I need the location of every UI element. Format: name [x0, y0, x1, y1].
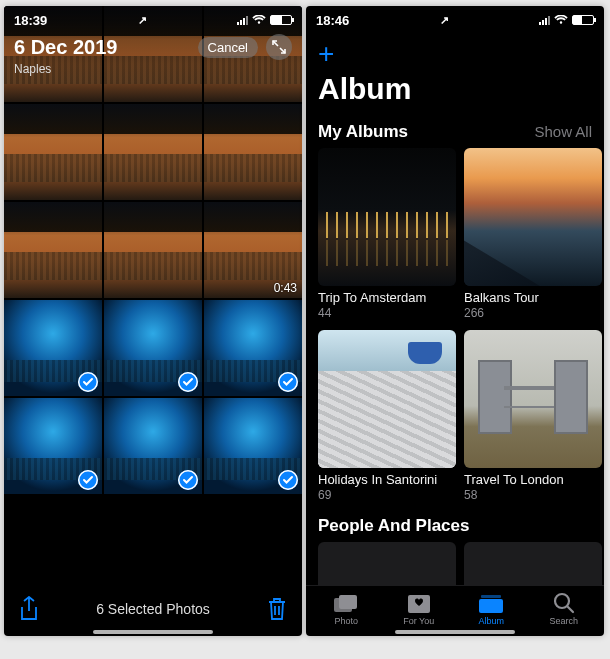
video-duration: 0:43 — [274, 281, 297, 295]
status-time: 18:39 — [14, 13, 47, 28]
album-name: Balkans Tour — [464, 290, 602, 305]
photo-thumbnail[interactable] — [104, 300, 202, 396]
photo-thumbnail[interactable] — [104, 398, 202, 494]
svg-rect-1 — [339, 595, 357, 609]
battery-icon — [270, 15, 292, 25]
album-cover — [318, 148, 456, 286]
section-heading: People And Places — [306, 502, 604, 542]
album-count: 69 — [318, 488, 456, 502]
selection-count: 6 Selected Photos — [96, 601, 210, 617]
home-indicator[interactable] — [395, 630, 515, 634]
album-item[interactable]: Balkans Tour 266 — [464, 148, 602, 320]
selection-toolbar: 6 Selected Photos — [4, 588, 302, 626]
cellular-icon — [237, 15, 248, 25]
albums-row[interactable]: Trip To Amsterdam 44 Balkans Tour 266 V — [306, 148, 604, 320]
album-count: 58 — [464, 488, 602, 502]
album-count: 44 — [318, 306, 456, 320]
svg-rect-3 — [481, 595, 501, 598]
album-cover — [464, 148, 602, 286]
album-cover — [318, 330, 456, 468]
album-name: Trip To Amsterdam — [318, 290, 456, 305]
album-count: 266 — [464, 306, 602, 320]
checkmark-icon — [78, 470, 98, 490]
share-icon[interactable] — [18, 596, 40, 622]
photo-thumbnail[interactable] — [4, 398, 102, 494]
checkmark-icon — [278, 372, 298, 392]
photo-thumbnail[interactable] — [4, 104, 102, 200]
video-thumbnail[interactable]: 0:43 — [204, 202, 302, 298]
wifi-icon — [554, 15, 568, 25]
svg-point-5 — [555, 594, 569, 608]
checkmark-icon — [178, 470, 198, 490]
status-time: 18:46 — [316, 13, 349, 28]
photo-thumbnail[interactable] — [204, 300, 302, 396]
wifi-icon — [252, 15, 266, 25]
checkmark-icon — [178, 372, 198, 392]
header-location: Naples — [14, 62, 292, 76]
right-screen: 18:46 ↗ + Album My Albums Show All Trip … — [306, 6, 604, 636]
album-name: Holidays In Santorini — [318, 472, 456, 487]
tab-label: Photo — [334, 616, 358, 626]
header-date: 6 Dec 2019 — [14, 36, 117, 59]
home-indicator[interactable] — [93, 630, 213, 634]
photo-thumbnail[interactable] — [104, 104, 202, 200]
albums-row[interactable]: Holidays In Santorini 69 Travel To Londo… — [306, 330, 604, 502]
battery-icon — [572, 15, 594, 25]
tab-photos[interactable]: Photo — [310, 594, 383, 626]
section-heading: My Albums — [318, 122, 408, 142]
page-title: Album — [306, 70, 604, 114]
tab-albums[interactable]: Album — [455, 594, 528, 626]
photo-thumbnail[interactable] — [204, 398, 302, 494]
cancel-button[interactable]: Cancel — [198, 37, 258, 58]
tab-label: Search — [549, 616, 578, 626]
status-bar: 18:39 ↗ — [4, 8, 302, 32]
svg-rect-4 — [479, 599, 503, 613]
album-item[interactable]: Trip To Amsterdam 44 — [318, 148, 456, 320]
zoom-toggle-button[interactable] — [266, 34, 292, 60]
photo-thumbnail[interactable] — [204, 104, 302, 200]
tab-search[interactable]: Search — [528, 592, 601, 626]
checkmark-icon — [78, 372, 98, 392]
album-name: Travel To London — [464, 472, 602, 487]
cellular-icon — [539, 15, 550, 25]
tab-for-you[interactable]: For You — [383, 594, 456, 626]
album-item[interactable]: Travel To London 58 — [464, 330, 602, 502]
status-bar: 18:46 ↗ — [306, 8, 604, 32]
section-header-my-albums: My Albums Show All — [306, 114, 604, 148]
trash-icon[interactable] — [266, 596, 288, 622]
photo-grid: 0:43 — [4, 6, 302, 636]
album-item[interactable]: Holidays In Santorini 69 — [318, 330, 456, 502]
show-all-link[interactable]: Show All — [534, 123, 592, 140]
album-cover — [464, 330, 602, 468]
tab-label: Album — [478, 616, 504, 626]
add-album-button[interactable]: + — [306, 34, 604, 70]
checkmark-icon — [278, 470, 298, 490]
photo-thumbnail[interactable] — [4, 300, 102, 396]
tab-bar: Photo For You Album Search — [306, 585, 604, 628]
tab-label: For You — [403, 616, 434, 626]
photo-thumbnail[interactable] — [104, 202, 202, 298]
left-screen: 18:39 ↗ 6 Dec 2019 Cancel Naple — [4, 6, 302, 636]
photo-thumbnail[interactable] — [4, 202, 102, 298]
